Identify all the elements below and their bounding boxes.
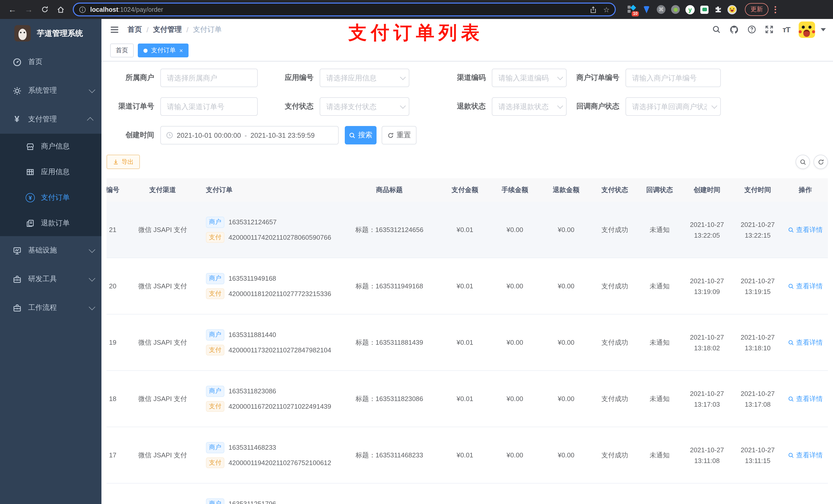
emoji-profile-icon[interactable] <box>728 5 737 14</box>
kite-extension-icon[interactable] <box>642 5 651 14</box>
tab-home[interactable]: 首页 <box>110 44 134 57</box>
browser-toolbar: ← → localhost:1024/pay/order ☆ 10 ⌘ <box>0 0 833 19</box>
sidebar-item-app-info[interactable]: 应用信息 <box>0 159 101 185</box>
gear-icon <box>11 86 23 95</box>
pay-status-select[interactable] <box>320 97 409 116</box>
pay-amount: ¥0.01 <box>441 226 489 234</box>
tab-pay-order[interactable]: 支付订单 × <box>138 44 189 57</box>
url-bar[interactable]: localhost:1024/pay/order ☆ <box>73 3 616 16</box>
reset-button[interactable]: 重置 <box>382 126 416 144</box>
avatar[interactable] <box>799 21 815 38</box>
browser-forward-icon[interactable]: → <box>25 5 33 14</box>
view-detail-link[interactable]: 查看详情 <box>788 225 823 234</box>
channel-order-input[interactable] <box>160 97 258 116</box>
pay-tag: 支付 <box>206 232 224 243</box>
pay-status: 支付成功 <box>592 451 638 460</box>
sidebar-item-pay[interactable]: ¥ 支付管理 <box>0 105 101 134</box>
view-detail-link[interactable]: 查看详情 <box>788 394 823 403</box>
pay-amount: ¥0.01 <box>441 282 489 290</box>
action-cell: 查看详情 <box>783 338 828 347</box>
view-detail-link[interactable]: 查看详情 <box>788 282 823 291</box>
app-title: 芋道管理系统 <box>37 28 83 38</box>
refund-amount: ¥0.00 <box>541 226 592 234</box>
github-icon[interactable] <box>730 25 739 34</box>
help-icon[interactable] <box>748 25 756 34</box>
sidebar-item-merchant-info[interactable]: 商户信息 <box>0 134 101 159</box>
view-detail-link[interactable]: 查看详情 <box>788 338 823 347</box>
search-icon[interactable] <box>712 25 721 34</box>
pay-order-cell: 商户 1635311823086 支付 42000011672021102710… <box>200 386 338 412</box>
fullscreen-icon[interactable] <box>765 25 774 34</box>
chrome-update-button[interactable]: 更新 <box>745 3 768 16</box>
recorder-extension-icon[interactable] <box>671 5 680 14</box>
create-time: 2021-10-2713:17:03 <box>681 388 733 409</box>
refund-amount: ¥0.00 <box>541 282 592 290</box>
sidebar-item-home[interactable]: 首页 <box>0 48 101 76</box>
channel-order-no: 4200001167202110271022491439 <box>229 403 331 410</box>
pay-time: 2021-10-2713:11:15 <box>733 444 783 466</box>
search-button[interactable]: 搜索 <box>345 126 377 144</box>
font-size-icon[interactable]: тT <box>783 25 790 34</box>
extensions-puzzle-icon[interactable] <box>714 6 722 13</box>
sidebar-item-infra[interactable]: 基础设施 <box>0 236 101 265</box>
download-icon <box>113 159 119 165</box>
sidebar-item-pay-order[interactable]: ¥ 支付订单 <box>0 185 101 211</box>
view-detail-link[interactable]: 查看详情 <box>788 451 823 460</box>
merchant-tag: 商户 <box>206 217 224 228</box>
sidebar-item-workflow[interactable]: 工作流程 <box>0 293 101 322</box>
site-info-icon[interactable] <box>79 6 86 13</box>
sidebar-item-refund-order[interactable]: 退款订单 <box>0 211 101 236</box>
action-cell: 查看详情 <box>783 282 828 291</box>
merchant-order-input[interactable] <box>625 69 721 87</box>
browser-back-icon[interactable]: ← <box>8 5 16 14</box>
y-extension-icon[interactable]: y <box>686 5 695 14</box>
merchant-order-no: 1635311251796 <box>229 500 276 504</box>
sidebar-item-dev-tools[interactable]: 研发工具 <box>0 265 101 293</box>
logo-avatar <box>14 25 31 42</box>
browser-reload-icon[interactable] <box>41 6 49 13</box>
devtools-extension-icon[interactable]: 10 <box>627 5 636 14</box>
create-time: 2021-10-2713:18:02 <box>681 332 733 353</box>
search-icon <box>788 396 794 402</box>
notify-status: 未通知 <box>638 451 681 460</box>
sidebar-collapse-icon[interactable] <box>109 24 120 34</box>
chat-extension-icon[interactable] <box>700 5 709 14</box>
extension-badge: 10 <box>632 11 639 16</box>
notify-status-select[interactable] <box>625 97 721 116</box>
create-time: 2021-10-2713:19:09 <box>681 275 733 297</box>
clock-icon <box>166 131 173 139</box>
browser-home-icon[interactable] <box>57 6 65 13</box>
pay-order-cell: 商户 1635311251796 支付 <box>200 498 338 504</box>
channel-code-select[interactable] <box>492 69 567 87</box>
merchant-order-no: 1635311949168 <box>229 274 276 282</box>
product-title: 标题：1635311468233 <box>338 451 441 460</box>
refresh-table-button[interactable] <box>813 155 828 169</box>
refund-amount: ¥0.00 <box>541 451 592 459</box>
channel-order-no: 4200001181202110277723215336 <box>229 290 331 297</box>
pay-submenu: 商户信息 应用信息 ¥ 支付订单 退款订单 <box>0 134 101 236</box>
export-button[interactable]: 导出 <box>106 155 140 169</box>
date-range-picker[interactable]: 2021-10-01 00:00:00 - 2021-10-31 23:59:5… <box>160 126 339 144</box>
dashboard-icon <box>11 57 23 66</box>
breadcrumb-home[interactable]: 首页 <box>127 25 142 34</box>
command-extension-icon[interactable]: ⌘ <box>657 5 665 14</box>
merchant-input[interactable] <box>160 69 258 87</box>
bookmark-star-icon[interactable]: ☆ <box>603 5 610 14</box>
refund-status-select[interactable] <box>492 97 567 116</box>
breadcrumb-section[interactable]: 支付管理 <box>153 25 182 34</box>
merchant-tag: 商户 <box>206 273 224 284</box>
table-body: 21 微信 JSAPI 支付 商户 1635312124657 支付 42000… <box>106 202 828 504</box>
sidebar-item-system[interactable]: 系统管理 <box>0 76 101 105</box>
merchant-label: 所属商户 <box>106 73 154 82</box>
shop-icon <box>25 142 36 150</box>
date-start: 2021-10-01 00:00:00 <box>177 131 241 139</box>
pay-time: 2021-10-2713:18:10 <box>733 332 783 353</box>
share-icon[interactable] <box>590 6 597 13</box>
app-select[interactable] <box>320 69 409 87</box>
toggle-search-button[interactable] <box>795 155 810 169</box>
avatar-caret-icon[interactable] <box>821 28 826 31</box>
browser-menu-icon[interactable] <box>771 6 779 13</box>
action-cell: 查看详情 <box>783 451 828 460</box>
tab-close-icon[interactable]: × <box>179 47 183 54</box>
search-icon <box>800 159 806 165</box>
